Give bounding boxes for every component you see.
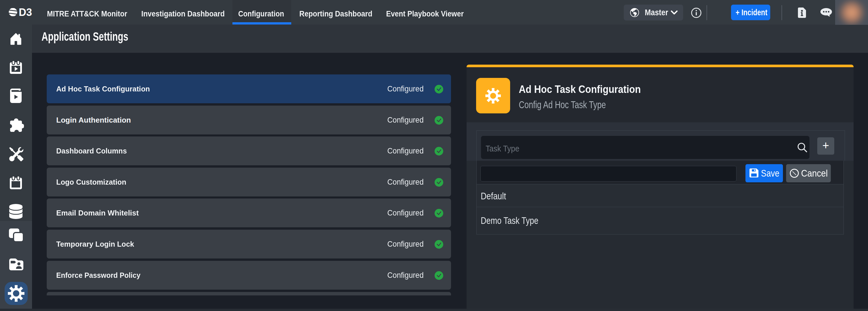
svg-text:D3: D3 — [19, 8, 32, 16]
